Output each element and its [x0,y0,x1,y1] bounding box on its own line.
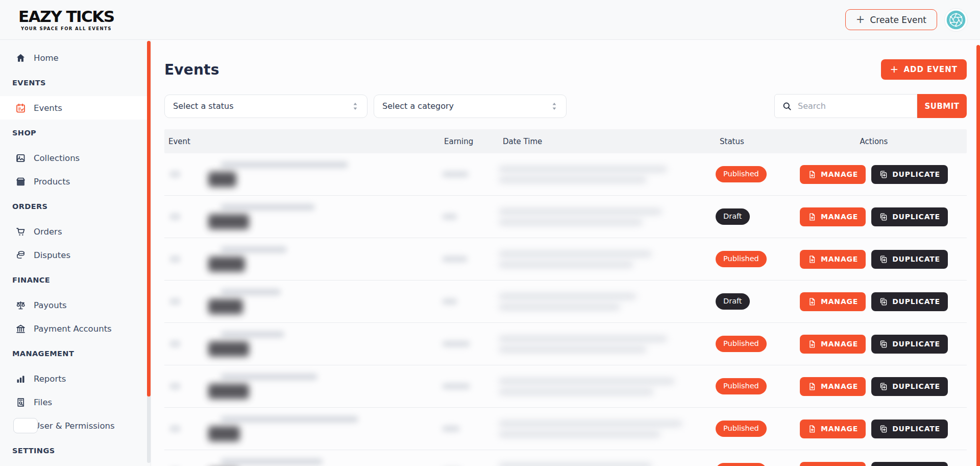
status-select[interactable]: Select a status [164,95,368,118]
file-plus-icon [807,213,816,221]
page-scrollbar-thumb[interactable] [976,45,980,466]
top-header: EAZY TICKS YOUR SPACE FOR ALL EVENTS + C… [0,0,980,40]
table-row: Published MANAGE DUPLICATE [164,408,967,450]
file-plus-icon [807,340,816,348]
sidebar-item-payment-accounts[interactable]: Payment Accounts [0,317,151,340]
manage-button[interactable]: MANAGE [800,292,866,311]
redacted-event-name [208,172,236,187]
status-badge: Published [716,378,767,394]
redacted-datetime-line2 [499,389,654,395]
add-event-button[interactable]: + ADD EVENT [881,59,967,80]
sidebar-item-reports[interactable]: Reports [0,367,151,390]
status-badge: Published [716,166,767,182]
redacted-event-title [220,416,358,423]
sidebar-item-label: Collections [34,153,80,163]
aperture-logo-icon [946,10,966,30]
redacted-event-name [208,341,249,357]
sidebar-item-label: Home [34,53,59,63]
status-badge: Published [716,421,767,436]
duplicate-button[interactable]: DUPLICATE [871,165,948,184]
manage-button[interactable]: MANAGE [800,377,866,396]
table-body: Published MANAGE DUPLICATE [164,153,967,466]
duplicate-label: DUPLICATE [892,213,940,221]
sidebar-item-orders[interactable]: Orders [0,220,151,243]
redacted-event-title [220,204,315,211]
sidebar-item-label: Disputes [34,250,70,260]
manage-label: MANAGE [821,213,858,221]
create-event-label: Create Event [870,15,926,25]
sidebar-scrollbar-thumb[interactable] [147,41,151,397]
page-title: Events [164,61,219,78]
status-badge: Published [716,251,767,267]
redacted-datetime-line2 [499,262,633,268]
duplicate-button[interactable]: DUPLICATE [871,462,948,466]
drag-handle[interactable] [169,170,181,178]
manage-button[interactable]: MANAGE [800,462,866,466]
collections-icon [15,153,26,164]
sidebar-item-home[interactable]: Home [0,46,151,69]
duplicate-button[interactable]: DUPLICATE [871,335,948,354]
plus-icon: + [890,64,899,74]
duplicate-button[interactable]: DUPLICATE [871,292,948,311]
brand-tagline: YOUR SPACE FOR ALL EVENTS [21,26,112,31]
redacted-event-name [208,214,249,229]
column-header-datetime: Date Time [499,137,716,146]
sidebar-item-products[interactable]: Products [0,170,151,193]
sidebar-item-events[interactable]: Events [0,96,151,120]
status-badge: Published [716,336,767,352]
sidebar-item-payouts[interactable]: Payouts [0,293,151,317]
drag-handle[interactable] [169,425,181,433]
drag-handle[interactable] [169,340,181,348]
scale-icon [15,300,26,311]
copy-plus-icon [879,297,888,306]
sidebar-section-shop: SHOP [0,120,151,146]
duplicate-button[interactable]: DUPLICATE [871,207,948,226]
table-row: Published MANAGE DUPLICATE [164,153,967,196]
drag-handle[interactable] [169,382,181,390]
redacted-earning [442,256,468,262]
drag-handle[interactable] [169,297,181,306]
duplicate-label: DUPLICATE [892,255,940,263]
manage-button[interactable]: MANAGE [800,420,866,438]
redacted-event-name [208,299,243,314]
duplicate-button[interactable]: DUPLICATE [871,420,948,438]
status-select-value: Select a status [173,101,234,111]
redacted-datetime-line2 [499,219,643,225]
brand-name: EAZY TICKS [18,9,114,25]
manage-button[interactable]: MANAGE [800,335,866,354]
sidebar-section-events: EVENTS [0,69,151,96]
sidebar-item-files[interactable]: Files [0,390,151,414]
search-input[interactable] [798,101,910,111]
brand-logo[interactable]: EAZY TICKS YOUR SPACE FOR ALL EVENTS [18,9,114,31]
category-select-value: Select a category [382,101,454,111]
duplicate-label: DUPLICATE [892,382,940,390]
file-plus-icon [807,255,816,264]
sidebar-item-disputes[interactable]: Disputes [0,243,151,267]
sidebar-item-label: Files [34,398,52,407]
table-row: Published MANAGE DUPLICATE [164,365,967,408]
redacted-event-name [208,426,240,441]
manage-label: MANAGE [821,340,858,348]
sidebar-item-label: Payment Accounts [34,324,112,334]
drag-handle[interactable] [169,213,181,221]
pagination-control-partial[interactable] [13,418,38,433]
create-event-button[interactable]: + Create Event [845,9,937,30]
manage-button[interactable]: MANAGE [800,250,866,269]
submit-button[interactable]: SUBMIT [917,94,967,118]
avatar[interactable] [944,8,968,32]
redacted-earning [442,383,470,389]
duplicate-button[interactable]: DUPLICATE [871,250,948,269]
drag-handle[interactable] [169,255,181,263]
manage-button[interactable]: MANAGE [800,207,866,226]
sidebar-item-collections[interactable]: Collections [0,146,151,170]
copy-plus-icon [879,170,888,179]
sidebar-section-settings: SETTINGS [0,437,151,464]
duplicate-button[interactable]: DUPLICATE [871,377,948,396]
manage-label: MANAGE [821,297,858,306]
sidebar-item-label: Products [34,177,70,187]
sidebar: Home EVENTS Events SHOP Collections [0,40,151,466]
category-select[interactable]: Select a category [374,95,567,118]
manage-button[interactable]: MANAGE [800,165,866,184]
file-plus-icon [807,425,816,433]
redacted-event-title [220,289,281,295]
